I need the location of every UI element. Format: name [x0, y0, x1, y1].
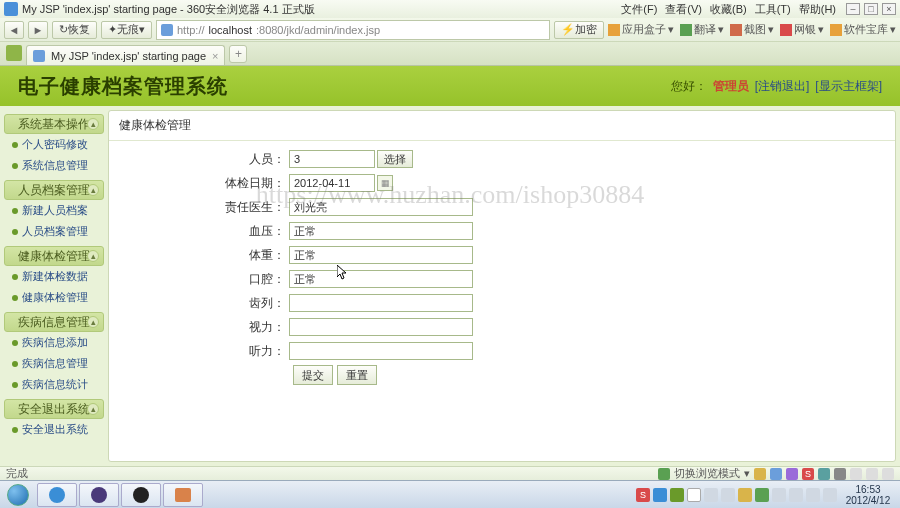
tool-translate[interactable]: 翻译▾: [680, 22, 724, 37]
status-sound-icon[interactable]: [834, 468, 846, 480]
tab-close-icon[interactable]: ×: [212, 50, 218, 62]
close-button[interactable]: ×: [882, 3, 896, 15]
tray-net-icon[interactable]: [704, 488, 718, 502]
tray-shield-icon[interactable]: [738, 488, 752, 502]
bp-input[interactable]: [289, 222, 473, 240]
tray-misc2-icon[interactable]: [789, 488, 803, 502]
sidebar-item-newexam[interactable]: 新建体检数据: [4, 266, 104, 287]
task-folder[interactable]: [163, 483, 203, 507]
status-misc3-icon[interactable]: [882, 468, 894, 480]
sidebar-item-exit[interactable]: 安全退出系统: [4, 419, 104, 440]
start-button[interactable]: [0, 481, 36, 509]
minimize-button[interactable]: –: [846, 3, 860, 15]
reset-button[interactable]: 重置: [337, 365, 377, 385]
sidebar-group-exit[interactable]: 安全退出系统▴: [4, 399, 104, 419]
sidebar-group-system[interactable]: 系统基本操作▴: [4, 114, 104, 134]
menu-tools[interactable]: 工具(T): [755, 2, 791, 17]
tray-net2-icon[interactable]: [721, 488, 735, 502]
logout-link[interactable]: [注销退出]: [755, 78, 810, 95]
incognito-button[interactable]: ✦ 无痕 ▾: [101, 21, 152, 39]
tray-flag-icon[interactable]: [687, 488, 701, 502]
tool-software[interactable]: 软件宝库▾: [830, 22, 896, 37]
tray-ime-icon[interactable]: [653, 488, 667, 502]
tray-misc3-icon[interactable]: [823, 488, 837, 502]
url-prefix: http://: [177, 24, 205, 36]
sidebar-item-personmgmt[interactable]: 人员档案管理: [4, 221, 104, 242]
collapse-icon[interactable]: ▴: [87, 250, 99, 262]
task-eclipse[interactable]: [79, 483, 119, 507]
submit-button[interactable]: 提交: [293, 365, 333, 385]
chevron-down-icon[interactable]: ▾: [744, 467, 750, 480]
status-download-icon[interactable]: [770, 468, 782, 480]
bullet-icon: [12, 361, 18, 367]
browser-menu-bar: 文件(F) 查看(V) 收藏(B) 工具(T) 帮助(H): [621, 2, 836, 17]
collapse-icon[interactable]: ▴: [87, 118, 99, 130]
browser-tab[interactable]: My JSP 'index.jsp' starting page ×: [26, 45, 225, 65]
row-date: 体检日期： ▦: [129, 173, 875, 193]
new-tab-button[interactable]: +: [229, 45, 247, 63]
show-frame-link[interactable]: [显示主框架]: [815, 78, 882, 95]
sidebar-item-diseasemgmt[interactable]: 疾病信息管理: [4, 353, 104, 374]
hearing-input[interactable]: [289, 342, 473, 360]
bullet-icon: [12, 295, 18, 301]
sidebar-item-diseasestat[interactable]: 疾病信息统计: [4, 374, 104, 395]
doctor-input[interactable]: [289, 198, 473, 216]
home-icon[interactable]: [6, 45, 22, 61]
encrypt-button[interactable]: ⚡加密: [554, 21, 604, 39]
restore-button[interactable]: ↻ 恢复: [52, 21, 97, 39]
forward-button[interactable]: ►: [28, 21, 48, 39]
status-bookmark-icon[interactable]: [754, 468, 766, 480]
tool-bank[interactable]: 网银▾: [780, 22, 824, 37]
ie-icon: [49, 487, 65, 503]
back-button[interactable]: ◄: [4, 21, 24, 39]
tray-sogou-icon[interactable]: S: [636, 488, 650, 502]
date-input[interactable]: [289, 174, 375, 192]
gender-input[interactable]: [289, 294, 473, 312]
oral-input[interactable]: [289, 270, 473, 288]
tray-sound-icon[interactable]: [806, 488, 820, 502]
vision-input[interactable]: [289, 318, 473, 336]
sidebar-group-disease[interactable]: 疾病信息管理▴: [4, 312, 104, 332]
bullet-icon: [12, 163, 18, 169]
browse-mode[interactable]: 切换浏览模式: [674, 466, 740, 481]
sidebar-group-health[interactable]: 健康体检管理▴: [4, 246, 104, 266]
collapse-icon[interactable]: ▴: [87, 403, 99, 415]
taskbar-clock[interactable]: 16:53 2012/4/12: [840, 484, 896, 506]
status-popup-icon[interactable]: [786, 468, 798, 480]
status-s-icon[interactable]: S: [802, 468, 814, 480]
status-misc1-icon[interactable]: [850, 468, 862, 480]
tray-misc1-icon[interactable]: [772, 488, 786, 502]
maximize-button[interactable]: □: [864, 3, 878, 15]
person-input[interactable]: [289, 150, 375, 168]
task-ie[interactable]: [37, 483, 77, 507]
tray-ime2-icon[interactable]: [670, 488, 684, 502]
menu-help[interactable]: 帮助(H): [799, 2, 836, 17]
clock-date: 2012/4/12: [840, 495, 896, 506]
calendar-icon[interactable]: ▦: [377, 175, 393, 191]
menu-favorites[interactable]: 收藏(B): [710, 2, 747, 17]
tray-360-icon[interactable]: [755, 488, 769, 502]
browser-tab-bar: My JSP 'index.jsp' starting page × +: [0, 42, 900, 66]
collapse-icon[interactable]: ▴: [87, 184, 99, 196]
eclipse-icon: [91, 487, 107, 503]
menu-view[interactable]: 查看(V): [665, 2, 702, 17]
tab-label: My JSP 'index.jsp' starting page: [51, 50, 206, 62]
sidebar-item-password[interactable]: 个人密码修改: [4, 134, 104, 155]
menu-file[interactable]: 文件(F): [621, 2, 657, 17]
address-bar[interactable]: http://localhost:8080/jkd/admin/index.js…: [156, 20, 550, 40]
tool-screenshot[interactable]: 截图▾: [730, 22, 774, 37]
weight-input[interactable]: [289, 246, 473, 264]
sidebar-item-exammgmt[interactable]: 健康体检管理: [4, 287, 104, 308]
bullet-icon: [12, 274, 18, 280]
sidebar-item-diseaseadd[interactable]: 疾病信息添加: [4, 332, 104, 353]
status-zoom-icon[interactable]: [818, 468, 830, 480]
status-icon[interactable]: [658, 468, 670, 480]
sidebar-group-person[interactable]: 人员档案管理▴: [4, 180, 104, 200]
task-qq[interactable]: [121, 483, 161, 507]
tool-appbox[interactable]: 应用盒子▾: [608, 22, 674, 37]
person-select-button[interactable]: 选择: [377, 150, 413, 168]
sidebar-item-newperson[interactable]: 新建人员档案: [4, 200, 104, 221]
collapse-icon[interactable]: ▴: [87, 316, 99, 328]
sidebar-item-sysinfo[interactable]: 系统信息管理: [4, 155, 104, 176]
status-misc2-icon[interactable]: [866, 468, 878, 480]
